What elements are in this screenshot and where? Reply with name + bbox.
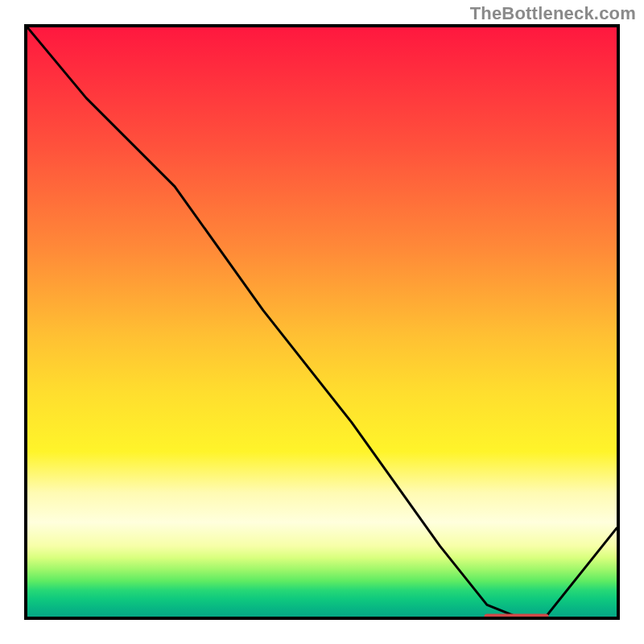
gradient-background xyxy=(27,27,617,617)
watermark-text: TheBottleneck.com xyxy=(470,3,636,24)
chart-root: TheBottleneck.com xyxy=(0,0,644,644)
plot-frame xyxy=(24,24,620,620)
